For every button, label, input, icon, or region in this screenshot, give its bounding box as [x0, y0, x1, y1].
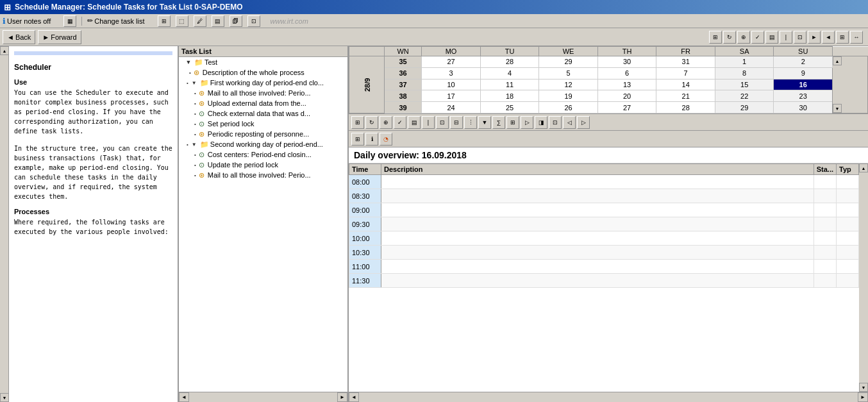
daily-tb-16[interactable]: ◁ — [563, 116, 576, 129]
daily-table-container[interactable]: Time Description Sta... Typ 08:0008:3009… — [349, 163, 859, 392]
toolbar-icon-6[interactable]: 🗐 — [230, 15, 242, 27]
wn-cell-4[interactable]: 39 — [385, 102, 422, 113]
daily-tb-14[interactable]: ◨ — [535, 116, 547, 129]
day-cell-2-5[interactable]: 15 — [715, 79, 774, 90]
day-cell-0-5[interactable]: 1 — [715, 56, 774, 68]
daily-tb-2[interactable]: ↻ — [365, 116, 378, 129]
daily-tb-7[interactable]: ⊡ — [436, 116, 449, 129]
toolbar-icon-7[interactable]: ⊡ — [247, 15, 260, 27]
day-cell-4-5[interactable]: 29 — [715, 102, 774, 113]
daily-tb-12[interactable]: ⊞ — [506, 116, 519, 129]
left-scroll-up[interactable]: ▲ — [0, 46, 9, 55]
daily-tb-5[interactable]: ▤ — [408, 116, 421, 129]
day-cell-0-1[interactable]: 28 — [480, 56, 539, 68]
day-cell-0-6[interactable]: 2 — [774, 56, 833, 68]
day-cell-2-1[interactable]: 11 — [480, 79, 539, 90]
daily-tb-1[interactable]: ⊞ — [351, 116, 364, 129]
wn-cell-3[interactable]: 38 — [385, 90, 422, 102]
day-cell-0-3[interactable]: 30 — [597, 56, 656, 68]
day-cell-1-6[interactable]: 9 — [774, 67, 833, 79]
day-cell-3-1[interactable]: 18 — [480, 90, 539, 102]
cal-toolbar-btn-3[interactable]: ⊕ — [737, 31, 750, 44]
wn-cell-0[interactable]: 35 — [385, 56, 422, 68]
day-cell-0-4[interactable]: 31 — [656, 56, 715, 68]
daily-tb2-3[interactable]: ◔ — [380, 133, 392, 146]
day-cell-0-0[interactable]: 27 — [422, 56, 481, 68]
day-cell-4-4[interactable]: 28 — [656, 102, 715, 113]
task-tree-body[interactable]: ▼ 📁 Test • ⊛ Description of the whole pr… — [179, 57, 347, 392]
cal-scroll-up[interactable]: ▲ — [833, 56, 842, 65]
tree-item-first[interactable]: • ▼ 📁 First working day of period-end cl… — [179, 78, 347, 88]
day-cell-1-2[interactable]: 5 — [539, 67, 598, 79]
cal-toolbar-btn-6[interactable]: | — [780, 31, 792, 44]
menu-user-notes[interactable]: ℹ User notes off — [3, 17, 51, 26]
toolbar-icon-3[interactable]: ⬚ — [176, 15, 188, 27]
day-cell-4-3[interactable]: 27 — [597, 102, 656, 113]
tree-item-periodic[interactable]: • ⊛ Periodic reposting of personne... — [179, 129, 347, 139]
cal-toolbar-btn-11[interactable]: ↔ — [850, 31, 863, 44]
daily-tb-17[interactable]: ▷ — [577, 116, 590, 129]
wn-cell-1[interactable]: 36 — [385, 67, 422, 79]
daily-scroll-down[interactable]: ▼ — [859, 383, 868, 392]
tree-scroll-left[interactable]: ◄ — [179, 392, 189, 402]
tree-item-upload[interactable]: • ⊛ Upload external data from the... — [179, 98, 347, 108]
toolbar-icon-1[interactable]: ▦ — [63, 15, 76, 27]
tree-scroll-right[interactable]: ► — [337, 392, 347, 402]
day-cell-4-2[interactable]: 26 — [539, 102, 598, 113]
day-cell-3-6[interactable]: 23 — [774, 90, 833, 102]
tree-item-setlock[interactable]: • ⊙ Set period lock — [179, 119, 347, 129]
day-cell-3-2[interactable]: 19 — [539, 90, 598, 102]
tree-item-mail1[interactable]: • ⊛ Mail to all those involved: Perio... — [179, 88, 347, 98]
day-cell-4-1[interactable]: 25 — [480, 102, 539, 113]
day-cell-2-3[interactable]: 13 — [597, 79, 656, 90]
daily-tb-4[interactable]: ✓ — [394, 116, 406, 129]
day-cell-4-6[interactable]: 30 — [774, 102, 833, 113]
toolbar-icon-2[interactable]: ⊞ — [158, 15, 171, 27]
daily-tb-9[interactable]: ⋮ — [464, 116, 477, 129]
day-cell-3-0[interactable]: 17 — [422, 90, 481, 102]
cal-scroll-down[interactable]: ▼ — [833, 104, 842, 113]
daily-tb-13[interactable]: ▷ — [521, 116, 533, 129]
day-cell-1-1[interactable]: 4 — [480, 67, 539, 79]
cal-toolbar-btn-5[interactable]: ▤ — [765, 31, 778, 44]
daily-tb-8[interactable]: ⊟ — [450, 116, 463, 129]
day-cell-1-4[interactable]: 7 — [656, 67, 715, 79]
cal-toolbar-btn-4[interactable]: ✓ — [751, 31, 764, 44]
toolbar-icon-5[interactable]: ▤ — [212, 15, 224, 27]
cal-toolbar-btn-7[interactable]: ⊡ — [794, 31, 806, 44]
day-cell-3-4[interactable]: 21 — [656, 90, 715, 102]
day-cell-2-0[interactable]: 10 — [422, 79, 481, 90]
cal-toolbar-btn-9[interactable]: ◄ — [822, 31, 835, 44]
cal-toolbar-btn-8[interactable]: ► — [808, 31, 821, 44]
day-cell-3-5[interactable]: 22 — [715, 90, 774, 102]
day-cell-0-2[interactable]: 29 — [539, 56, 598, 68]
cal-toolbar-btn-10[interactable]: ⊞ — [836, 31, 849, 44]
day-cell-3-3[interactable]: 20 — [597, 90, 656, 102]
tree-item-second[interactable]: • ▼ 📁 Second working day of period-end..… — [179, 139, 347, 149]
daily-tb-6[interactable]: | — [422, 116, 435, 129]
back-button[interactable]: ◄ Back — [3, 30, 35, 44]
day-cell-2-6[interactable]: 16 — [774, 79, 833, 90]
cal-toolbar-btn-1[interactable]: ⊞ — [709, 31, 722, 44]
daily-tb-15[interactable]: ⊡ — [549, 116, 562, 129]
tree-item-check[interactable]: • ⊙ Check external data that was d... — [179, 108, 347, 119]
day-cell-4-0[interactable]: 24 — [422, 102, 481, 113]
menu-change-task-list[interactable]: ✏ Change task list — [87, 17, 144, 25]
day-cell-1-3[interactable]: 6 — [597, 67, 656, 79]
wn-cell-2[interactable]: 37 — [385, 79, 422, 90]
daily-tb-3[interactable]: ⊕ — [380, 116, 392, 129]
daily-scroll-up[interactable]: ▲ — [859, 163, 868, 172]
daily-scroll-left[interactable]: ◄ — [349, 392, 359, 402]
day-cell-2-2[interactable]: 12 — [539, 79, 598, 90]
day-cell-2-4[interactable]: 14 — [656, 79, 715, 90]
tree-item-mail2[interactable]: • ⊛ Mail to all those involved: Perio... — [179, 170, 347, 180]
daily-tb2-2[interactable]: ℹ — [365, 133, 378, 146]
left-scroll-down[interactable]: ▼ — [0, 393, 9, 402]
tree-item-cost[interactable]: • ⊙ Cost centers: Period-end closin... — [179, 149, 347, 160]
tree-item-desc[interactable]: • ⊛ Description of the whole process — [179, 67, 347, 78]
daily-scroll-right[interactable]: ► — [858, 392, 868, 402]
daily-tb-11[interactable]: ∑ — [492, 116, 505, 129]
daily-tb2-1[interactable]: ⊞ — [351, 133, 364, 146]
day-cell-1-0[interactable]: 3 — [422, 67, 481, 79]
daily-tb-10[interactable]: ▼ — [478, 116, 491, 129]
